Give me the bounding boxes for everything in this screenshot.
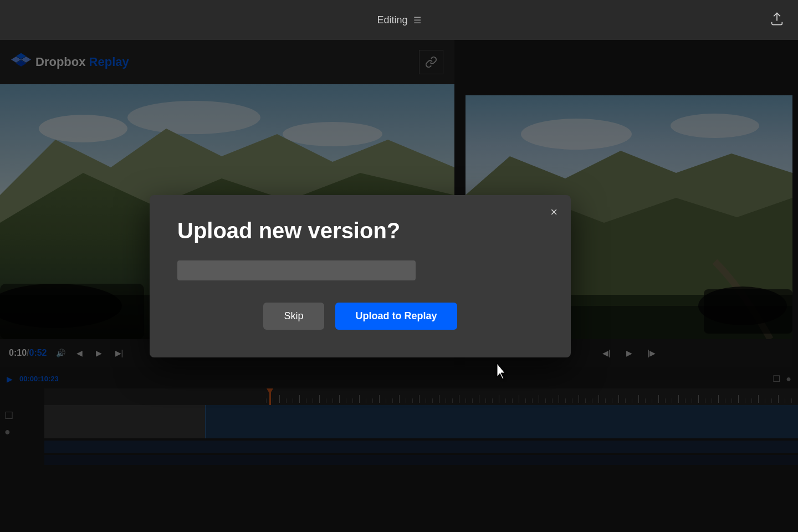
modal-overlay: × Upload new version? Skip Upload to Rep… bbox=[0, 40, 798, 532]
upload-to-replay-button[interactable]: Upload to Replay bbox=[335, 303, 457, 330]
modal-filename-input[interactable] bbox=[177, 260, 416, 280]
modal-dialog: × Upload new version? Skip Upload to Rep… bbox=[150, 195, 571, 357]
share-upload-button[interactable] bbox=[769, 11, 785, 29]
modal-title: Upload new version? bbox=[177, 217, 543, 244]
top-bar-center: Editing ☰ bbox=[377, 14, 421, 26]
top-bar: Editing ☰ bbox=[0, 0, 798, 40]
main-area: Dropbox Replay bbox=[0, 40, 798, 532]
modal-actions: Skip Upload to Replay bbox=[177, 303, 543, 330]
menu-icon[interactable]: ☰ bbox=[413, 15, 421, 25]
editing-title: Editing bbox=[377, 14, 407, 26]
skip-button[interactable]: Skip bbox=[263, 303, 324, 330]
modal-close-button[interactable]: × bbox=[550, 206, 557, 218]
